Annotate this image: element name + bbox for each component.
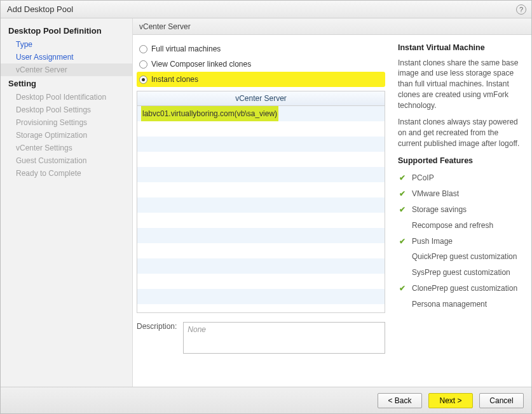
sidebar-item-desktop-pool-settings: Desktop Pool Settings <box>1 104 132 116</box>
feature-label: Recompose and refresh <box>412 221 493 230</box>
sidebar-item-user-assignment[interactable]: User Assignment <box>1 51 132 63</box>
table-row[interactable] <box>137 121 385 137</box>
cell: labvc01.virtuallyboring.com(vb\sa_view) <box>141 106 278 121</box>
radio-label: Full virtual machines <box>151 44 221 53</box>
table-row[interactable]: labvc01.virtuallyboring.com(vb\sa_view) <box>137 106 385 121</box>
table-row[interactable] <box>137 258 385 274</box>
feature-item: ✔VMware Blast <box>398 186 524 202</box>
description-box: None <box>183 322 385 354</box>
sidebar-item-provisioning-settings: Provisioning Settings <box>1 116 132 129</box>
help-icon[interactable]: ? <box>516 4 526 15</box>
feature-item: ✔PCoIP <box>398 170 524 186</box>
sidebar-item-vcenter-settings: vCenter Settings <box>1 142 132 154</box>
back-button[interactable]: < Back <box>378 393 422 408</box>
info-heading: Instant Virtual Machine <box>398 43 524 54</box>
features-heading: Supported Features <box>398 156 524 167</box>
description-label: Description: <box>137 322 177 331</box>
footer: < Back Next > Cancel <box>1 387 531 413</box>
sidebar-item-guest-customization: Guest Customization <box>1 154 132 167</box>
sidebar-item-storage-optimization: Storage Optimization <box>1 129 132 142</box>
info-para: Instant clones share the same base image… <box>398 58 524 111</box>
check-icon: ✔ <box>399 236 406 247</box>
table-row[interactable] <box>137 228 385 243</box>
feature-item: SysPrep guest customization <box>398 265 524 281</box>
cancel-button[interactable]: Cancel <box>479 393 524 408</box>
main: vCenter Server Full virtual machines Vie… <box>133 18 531 387</box>
description-row: Description: None <box>137 322 385 354</box>
info-panel: Instant Virtual Machine Instant clones s… <box>394 35 531 387</box>
wizard-window: Add Desktop Pool ? Desktop Pool Definiti… <box>0 0 532 414</box>
radio-label: Instant clones <box>151 75 198 84</box>
table-row[interactable] <box>137 167 385 182</box>
features-list: ✔PCoIP✔VMware Blast✔Storage savingsRecom… <box>398 170 524 312</box>
radio-icon <box>139 76 147 84</box>
titlebar: Add Desktop Pool ? <box>1 1 531 18</box>
table-row[interactable] <box>137 182 385 197</box>
radio-label: View Composer linked clones <box>151 60 251 69</box>
check-icon: ✔ <box>399 189 406 199</box>
table-row[interactable] <box>137 289 385 304</box>
check-icon: ✔ <box>399 283 406 294</box>
radio-icon <box>139 60 147 69</box>
radio-instant-clones[interactable]: Instant clones <box>137 72 385 87</box>
sidebar-item-desktop-pool-identification: Desktop Pool Identification <box>1 91 132 104</box>
next-button[interactable]: Next > <box>428 393 473 408</box>
check-icon: ✔ <box>399 173 406 184</box>
feature-item: ✔ClonePrep guest customization <box>398 281 524 297</box>
sidebar-section-definition: Desktop Pool Definition <box>1 23 132 38</box>
table-row[interactable] <box>137 152 385 167</box>
table-row[interactable] <box>137 213 385 228</box>
table-row[interactable] <box>137 243 385 258</box>
feature-label: Storage savings <box>412 205 467 214</box>
feature-item: QuickPrep guest customization <box>398 249 524 265</box>
feature-label: VMware Blast <box>412 189 459 198</box>
sidebar-item-type[interactable]: Type <box>1 38 132 51</box>
sidebar-item-vcenter-server[interactable]: vCenter Server <box>1 63 132 76</box>
table-row[interactable] <box>137 274 385 289</box>
feature-label: Push Image <box>412 237 453 246</box>
feature-item: ✔Storage savings <box>398 202 524 218</box>
vcenter-table: vCenter Server labvc01.virtuallyboring.c… <box>137 91 385 313</box>
feature-label: PCoIP <box>412 173 434 182</box>
feature-item: Recompose and refresh <box>398 218 524 234</box>
sidebar-section-setting: Setting <box>1 76 132 91</box>
feature-label: ClonePrep guest customization <box>412 284 517 293</box>
window-title: Add Desktop Pool <box>7 4 73 14</box>
feature-item: Persona management <box>398 297 524 312</box>
body: Desktop Pool Definition Type User Assign… <box>1 18 531 387</box>
radio-icon <box>139 45 147 53</box>
table-row[interactable] <box>137 137 385 152</box>
feature-label: SysPrep guest customization <box>412 268 510 277</box>
info-para: Instant clones always stay powered on an… <box>398 117 524 149</box>
table-header: vCenter Server <box>137 91 385 106</box>
radio-full-virtual-machines[interactable]: Full virtual machines <box>137 41 385 57</box>
feature-item: ✔Push Image <box>398 234 524 250</box>
table-row[interactable] <box>137 197 385 213</box>
check-icon: ✔ <box>399 204 406 215</box>
table-rows: labvc01.virtuallyboring.com(vb\sa_view) <box>137 106 385 312</box>
center-panel: Full virtual machines View Composer link… <box>133 35 394 387</box>
sidebar-item-ready-to-complete: Ready to Complete <box>1 167 132 180</box>
sidebar: Desktop Pool Definition Type User Assign… <box>1 18 133 387</box>
table-row[interactable] <box>137 304 385 312</box>
main-header: vCenter Server <box>133 18 531 35</box>
radio-view-composer-linked-clones[interactable]: View Composer linked clones <box>137 57 385 72</box>
feature-label: QuickPrep guest customization <box>412 252 517 261</box>
main-body: Full virtual machines View Composer link… <box>133 35 531 387</box>
feature-label: Persona management <box>412 300 487 309</box>
